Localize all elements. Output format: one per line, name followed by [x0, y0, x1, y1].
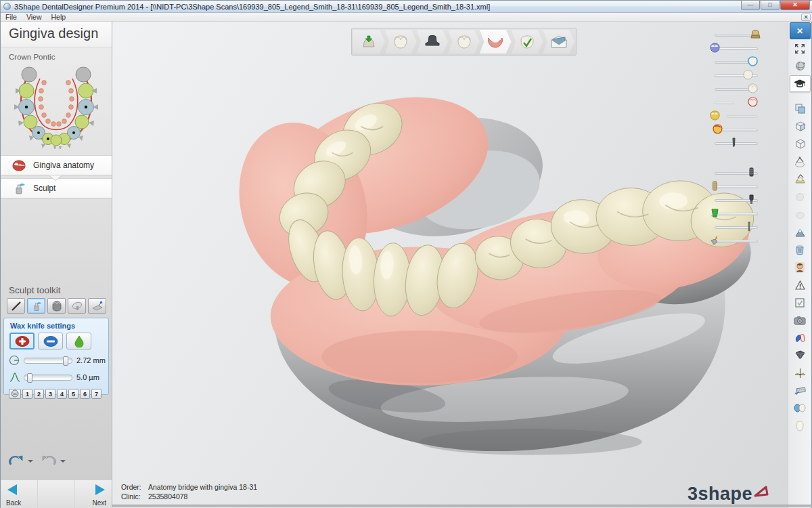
screenshot-camera-button[interactable]: [790, 312, 811, 329]
vis-slider-sectioned-die[interactable]: [710, 28, 765, 42]
screw-retained-icon[interactable]: [746, 167, 757, 177]
next-button[interactable]: Next: [75, 480, 112, 508]
model-viewport[interactable]: Order: Anatomy bridge with gingiva 18-31…: [112, 22, 789, 508]
vis-slider-gingiva[interactable]: [710, 96, 765, 110]
tool-wax-knife[interactable]: [27, 298, 45, 314]
vis-slider-drill-tool[interactable]: [710, 234, 765, 248]
cube-view-1-button[interactable]: [790, 118, 811, 135]
redo-dropdown[interactable]: [60, 460, 66, 463]
rotate-view-button[interactable]: [790, 58, 811, 75]
tool-attachment-stamp[interactable]: [88, 298, 106, 314]
vis-slider-screw-retained[interactable]: [710, 167, 765, 180]
gingiva-rim-tooth-icon[interactable]: [747, 97, 759, 107]
post-pin-icon[interactable]: [728, 137, 740, 148]
drill-tool-icon[interactable]: [709, 235, 721, 245]
antagonist-tooth-icon[interactable]: [709, 43, 721, 53]
copy-view-layout-button[interactable]: [790, 100, 811, 117]
arch-overview-map[interactable]: [10, 64, 102, 149]
back-button[interactable]: Back: [1, 480, 38, 508]
preset-4-button[interactable]: 4: [57, 389, 67, 399]
morph-crown-icon: [51, 300, 63, 312]
height-slider[interactable]: [24, 375, 72, 381]
preset-6-button[interactable]: 6: [80, 389, 90, 399]
anatomy-tooth-icon[interactable]: [742, 70, 754, 80]
wax-yellow-tooth-icon[interactable]: [709, 110, 721, 121]
preset-5-button[interactable]: 5: [68, 389, 78, 399]
vis-slider-implant-cylinder[interactable]: [710, 180, 765, 194]
warnings-button[interactable]: [790, 276, 811, 293]
tool-morph-crown[interactable]: [47, 298, 66, 314]
smooth-disc-icon: [71, 300, 83, 312]
annotate-paint-button[interactable]: [790, 329, 811, 346]
thin-pin-icon[interactable]: [743, 221, 754, 232]
measure-ruler-button[interactable]: [790, 382, 811, 399]
compare-teeth-button[interactable]: [790, 400, 811, 417]
preset-1-button[interactable]: 1: [22, 389, 32, 399]
vis-slider-green-implant[interactable]: [710, 207, 765, 221]
single-tooth-button[interactable]: [790, 417, 811, 434]
patient-photo-button[interactable]: [790, 259, 811, 276]
zoom-fit-button[interactable]: [790, 40, 811, 57]
tool-disabled-2-button[interactable]: [790, 206, 811, 223]
vis-slider-crown[interactable]: [710, 83, 765, 96]
menu-help[interactable]: Help: [47, 13, 71, 21]
vis-slider-wax[interactable]: [710, 110, 765, 123]
workflow-step-crown-design[interactable]: [385, 30, 417, 54]
dark-screw-icon[interactable]: [746, 194, 757, 205]
green-implant-icon[interactable]: [709, 208, 721, 218]
global-preset-button[interactable]: [9, 389, 21, 399]
selected-tooth-icon[interactable]: [747, 56, 759, 66]
vis-slider-post-pin[interactable]: [710, 137, 765, 150]
vis-slider-selected-tooth[interactable]: [710, 56, 765, 69]
sidebar-item-gingiva-anatomy[interactable]: Gingiva anatomy: [1, 155, 112, 175]
workflow-step-gingiva-design[interactable]: [480, 30, 512, 54]
show-axes-button[interactable]: [790, 364, 811, 381]
crown-tooth-icon[interactable]: [747, 83, 759, 93]
workflow-step-crown-anatomy[interactable]: [448, 30, 480, 54]
close-button[interactable]: ✕: [780, 1, 810, 10]
minimize-button[interactable]: —: [741, 1, 760, 10]
vis-slider-antagonist[interactable]: [710, 42, 765, 56]
delete-trash-button[interactable]: [790, 241, 811, 258]
close-view-button[interactable]: ✕: [790, 22, 811, 39]
undo-button[interactable]: [7, 454, 25, 469]
close-document-button[interactable]: ✕: [801, 14, 811, 21]
vis-slider-anatomy[interactable]: [710, 69, 765, 83]
tool-wax-pen[interactable]: [7, 298, 25, 314]
diameter-slider-thumb[interactable]: [63, 356, 68, 366]
wax-anatomy-tooth-icon[interactable]: [712, 124, 723, 134]
workflow-step-abutment-frame[interactable]: [416, 30, 448, 54]
redo-button[interactable]: [40, 454, 58, 469]
sectioned-die-icon[interactable]: [750, 29, 761, 39]
workflow-step-send-order[interactable]: [543, 30, 574, 54]
workflow-step-scan-import[interactable]: [353, 30, 385, 54]
cube-view-2-button[interactable]: [790, 135, 811, 152]
workflow-step-approve[interactable]: [512, 30, 543, 54]
height-slider-thumb[interactable]: [27, 373, 32, 383]
tool-smooth-disc[interactable]: [68, 298, 86, 314]
remove-material-button[interactable]: [38, 333, 63, 350]
vis-slider-wax-anatomy[interactable]: [710, 123, 765, 137]
jaw-3d-model[interactable]: [112, 22, 789, 508]
diameter-slider[interactable]: [24, 358, 72, 364]
undo-dropdown[interactable]: [28, 460, 33, 463]
implant-cylinder-icon[interactable]: [709, 181, 721, 191]
approve-check-button[interactable]: [790, 294, 811, 311]
add-material-button[interactable]: [9, 333, 35, 350]
learn-mode-button[interactable]: [790, 75, 811, 92]
vis-slider-thin-pin[interactable]: [710, 221, 765, 234]
vis-slider-dark-screw[interactable]: [710, 194, 765, 207]
cross-section-button[interactable]: [790, 224, 811, 240]
preset-3-button[interactable]: 3: [45, 389, 55, 399]
view-pyramid-button[interactable]: [790, 347, 811, 364]
measure-tooth-button[interactable]: [790, 153, 811, 170]
tool-disabled-1-button[interactable]: [790, 188, 811, 205]
sidebar-item-sculpt[interactable]: Sculpt: [1, 178, 112, 198]
menu-file[interactable]: File: [1, 13, 22, 21]
menu-view[interactable]: View: [22, 13, 47, 21]
preset-2-button[interactable]: 2: [34, 389, 44, 399]
measure-stone-button[interactable]: [790, 171, 811, 188]
smooth-material-button[interactable]: [66, 333, 91, 350]
preset-7-button[interactable]: 7: [91, 389, 102, 399]
maximize-button[interactable]: □: [761, 1, 780, 10]
